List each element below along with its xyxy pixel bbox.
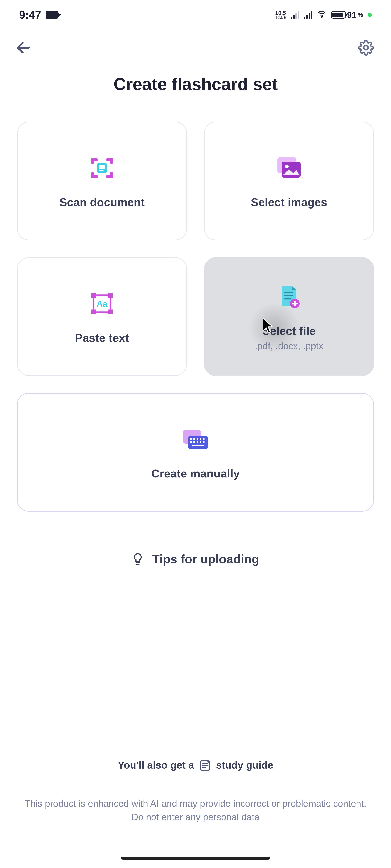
file-icon (274, 282, 304, 311)
svg-point-2 (364, 45, 368, 50)
pct-sign: % (358, 11, 363, 18)
svg-rect-14 (108, 310, 113, 314)
images-icon (274, 153, 304, 183)
status-right: 10.5 KB/s 91 % (275, 9, 372, 21)
paste-icon: Aa (87, 289, 117, 318)
lightbulb-icon (132, 552, 144, 566)
svg-rect-31 (197, 441, 198, 443)
file-subtext: .pdf, .docx, .pptx (255, 341, 323, 351)
signal-icon (304, 11, 312, 19)
app-header (0, 30, 391, 66)
battery-icon (331, 11, 346, 19)
status-bar: 9:47 10.5 KB/s 91 % (0, 0, 391, 30)
svg-text:Aa: Aa (96, 299, 108, 309)
tips-button[interactable]: Tips for uploading (0, 552, 391, 566)
paste-label: Paste text (75, 331, 129, 344)
svg-rect-32 (200, 441, 202, 443)
svg-rect-28 (203, 438, 205, 440)
svg-rect-12 (108, 293, 113, 298)
svg-rect-34 (192, 444, 204, 446)
battery-pct: 91 (347, 10, 357, 20)
study-guide-icon (199, 758, 211, 771)
svg-point-9 (285, 165, 289, 168)
net-unit: KB/s (276, 16, 286, 19)
ai-disclaimer: This product is enhanced with AI and may… (23, 797, 368, 824)
signal-icon (291, 11, 299, 19)
svg-rect-13 (91, 310, 96, 314)
images-label: Select images (251, 195, 327, 209)
create-manually-card[interactable]: Create manually (17, 393, 374, 512)
svg-rect-26 (197, 438, 198, 440)
page-title: Create flashcard set (0, 74, 391, 94)
scan-icon (87, 153, 117, 183)
scan-document-card[interactable]: Scan document (17, 122, 187, 240)
cursor-icon (262, 317, 275, 334)
guide-prefix: You'll also get a (118, 759, 194, 771)
arrow-left-icon (15, 39, 32, 56)
select-file-card[interactable]: Select file .pdf, .docx, .pptx (204, 257, 374, 376)
guide-strong: study guide (216, 759, 273, 771)
privacy-dot-icon (368, 13, 372, 17)
back-button[interactable] (15, 39, 32, 56)
options-grid: Scan document Select images Aa Paste tex… (0, 122, 391, 512)
status-time: 9:47 (19, 8, 41, 21)
scan-label: Scan document (59, 195, 145, 209)
camera-icon (46, 11, 58, 19)
manual-label: Create manually (151, 467, 240, 480)
svg-rect-25 (193, 438, 195, 440)
select-images-card[interactable]: Select images (204, 122, 374, 240)
svg-rect-24 (190, 438, 192, 440)
svg-rect-33 (203, 441, 205, 443)
battery-indicator: 91 % (331, 10, 363, 20)
home-indicator[interactable] (121, 857, 270, 860)
svg-rect-11 (91, 293, 96, 298)
wifi-icon (317, 9, 326, 21)
svg-rect-29 (190, 441, 192, 443)
network-speed: 10.5 KB/s (275, 10, 286, 19)
settings-button[interactable] (358, 39, 374, 56)
status-left: 9:47 (19, 8, 58, 21)
svg-rect-27 (200, 438, 202, 440)
svg-point-0 (321, 16, 322, 17)
tips-label: Tips for uploading (152, 552, 259, 566)
study-guide-note: You'll also get a study guide (0, 758, 391, 771)
paste-text-card[interactable]: Aa Paste text (17, 257, 187, 376)
svg-rect-30 (193, 441, 195, 443)
gear-icon (358, 40, 374, 56)
keyboard-icon (181, 425, 210, 454)
